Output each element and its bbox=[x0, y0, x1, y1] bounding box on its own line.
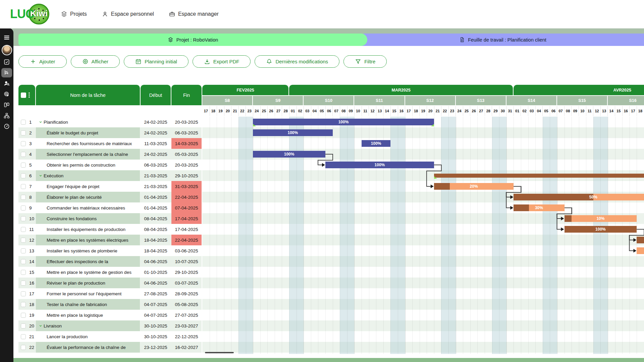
toolbar-button-export-pdf[interactable]: Export PDF bbox=[193, 55, 251, 68]
toolbar-button-derni-res-modifications[interactable]: Dernières modifications bbox=[255, 55, 339, 68]
task-end-date[interactable]: 29-10-2025 bbox=[171, 170, 202, 181]
gantt-bar-task-9[interactable]: 30% bbox=[514, 204, 564, 211]
gantt-bar-task-7[interactable]: 20% bbox=[434, 183, 514, 190]
sidebar-item-gantt-icon[interactable] bbox=[1, 68, 12, 77]
task-end-date-alert[interactable]: 31-03-2025 bbox=[171, 181, 202, 192]
task-name-cell[interactable]: Mettre en place le système de gestion de… bbox=[36, 267, 140, 278]
task-name-cell[interactable]: Sélectionner l'emplacement de la chaîne bbox=[36, 149, 140, 160]
task-end-date[interactable]: 10-07-2025 bbox=[171, 256, 202, 267]
chevron-down-icon[interactable] bbox=[39, 174, 43, 178]
task-start-date[interactable]: 01-04-2025 bbox=[141, 192, 171, 202]
toolbar-button-afficher[interactable]: Afficher bbox=[71, 55, 120, 68]
row-checkbox[interactable] bbox=[21, 334, 26, 339]
task-start-date[interactable]: 24-02-2025 bbox=[141, 117, 171, 127]
task-name-cell[interactable]: Lancer la production bbox=[36, 331, 140, 342]
task-start-date[interactable]: 04-07-2025 bbox=[141, 310, 171, 320]
gantt-bar-task-6[interactable] bbox=[434, 174, 644, 178]
task-name-cell[interactable]: Livraison bbox=[36, 320, 140, 331]
task-start-date[interactable]: 24-02-2025 bbox=[141, 127, 171, 138]
row-checkbox[interactable] bbox=[21, 163, 26, 168]
notifications-bell-icon[interactable] bbox=[621, 9, 630, 17]
task-end-date[interactable]: 20-03-2025 bbox=[171, 160, 202, 170]
task-name-cell[interactable]: Engager l'équipe de projet bbox=[36, 181, 140, 192]
task-end-date-alert[interactable]: 17-04-2025 bbox=[171, 213, 202, 224]
task-start-date[interactable]: 08-04-2025 bbox=[141, 224, 171, 235]
tab-worksheet[interactable]: Feuille de travail : Planification clien… bbox=[362, 34, 644, 46]
task-start-date[interactable]: 04-07-2025 bbox=[141, 299, 171, 310]
task-start-date[interactable]: 04-06-2025 bbox=[141, 256, 171, 267]
task-end-date[interactable]: 03-07-2025 bbox=[171, 278, 202, 288]
task-name-cell[interactable]: Établir le budget du projet bbox=[36, 127, 140, 138]
task-end-date-alert[interactable]: 22-04-2025 bbox=[171, 235, 202, 245]
row-checkbox[interactable] bbox=[21, 141, 26, 146]
task-name-cell[interactable]: Exécution bbox=[36, 170, 140, 181]
row-checkbox[interactable] bbox=[21, 323, 26, 328]
task-name-cell[interactable]: Obtenir les permis de construction bbox=[36, 160, 140, 170]
task-start-date[interactable]: 21-03-2025 bbox=[141, 170, 171, 181]
task-end-date[interactable]: 29-10-2025 bbox=[171, 267, 202, 278]
task-name-cell[interactable]: Former le personnel sur l'équipement bbox=[36, 288, 140, 299]
gantt-bar-task-11[interactable]: 100% bbox=[565, 226, 637, 233]
row-checkbox[interactable] bbox=[21, 227, 26, 232]
sidebar-item-menu-icon[interactable] bbox=[1, 33, 12, 42]
task-name-cell[interactable]: Planification bbox=[36, 117, 140, 127]
row-checkbox[interactable] bbox=[21, 281, 26, 286]
task-start-date[interactable]: 08-04-2025 bbox=[141, 213, 171, 224]
sidebar-item-person-search-icon[interactable] bbox=[1, 79, 12, 88]
task-start-date[interactable]: 04-06-2025 bbox=[141, 278, 171, 288]
header-start[interactable]: Début bbox=[141, 85, 171, 105]
task-name-cell[interactable]: Élaborer le plan de sécurité bbox=[36, 192, 140, 202]
horizontal-scrollbar[interactable] bbox=[205, 352, 234, 353]
task-start-date[interactable]: 01-10-2025 bbox=[141, 267, 171, 278]
gantt-bar-task-2[interactable]: 100% bbox=[253, 129, 332, 136]
task-start-date[interactable]: 24-02-2025 bbox=[141, 149, 171, 160]
row-checkbox[interactable] bbox=[21, 173, 26, 178]
task-end-date[interactable]: 16-02-2027 bbox=[171, 342, 202, 353]
task-name-cell[interactable]: Installer les équipements de production bbox=[36, 224, 140, 235]
task-name-cell[interactable]: Construire les fondations bbox=[36, 213, 140, 224]
task-start-date[interactable]: 30-10-2025 bbox=[141, 320, 171, 331]
tab-project[interactable]: Projet : RoboVation bbox=[18, 34, 367, 46]
task-end-date[interactable]: 03-06-2025 bbox=[171, 245, 202, 256]
gantt-bar-task-10[interactable]: 10% bbox=[565, 215, 637, 222]
task-end-date[interactable]: 22-12-2025 bbox=[171, 331, 202, 342]
kebab-menu-icon[interactable] bbox=[29, 93, 30, 98]
task-end-date-alert[interactable]: 07-04-2025 bbox=[171, 202, 202, 213]
task-start-date[interactable]: 23-12-2025 bbox=[141, 342, 171, 353]
gantt-bar-task-13[interactable] bbox=[637, 247, 644, 254]
task-start-date[interactable]: 06-03-2025 bbox=[141, 160, 171, 170]
row-checkbox[interactable] bbox=[21, 184, 26, 189]
task-name-cell[interactable]: Installer les systèmes de plomberie bbox=[36, 245, 140, 256]
task-start-date[interactable]: 27-08-2025 bbox=[141, 288, 171, 299]
sidebar-item-tasks-icon[interactable] bbox=[1, 57, 12, 67]
gantt-bar-task-8[interactable]: 50% bbox=[514, 194, 644, 200]
row-checkbox[interactable] bbox=[21, 259, 26, 264]
task-name-cell[interactable]: Commander les matériaux nécessaires bbox=[36, 202, 140, 213]
task-end-date-alert[interactable]: 14-03-2025 bbox=[171, 138, 202, 149]
sidebar-item-kanban-icon[interactable] bbox=[1, 100, 12, 110]
row-checkbox[interactable] bbox=[21, 120, 26, 125]
task-start-date[interactable]: 11-03-2025 bbox=[141, 138, 171, 149]
task-name-cell[interactable]: Mettre en place la logistique bbox=[36, 310, 140, 320]
task-name-cell[interactable]: Évaluer la performance de la chaîne de bbox=[36, 342, 140, 353]
nav-item-espace-personnel[interactable]: Espace personnel bbox=[102, 11, 154, 17]
task-end-date-alert[interactable]: 22-04-2025 bbox=[171, 192, 202, 202]
row-checkbox[interactable] bbox=[21, 248, 26, 253]
task-start-date[interactable]: 18-04-2025 bbox=[141, 235, 171, 245]
gantt-bar-task-1[interactable]: 100% bbox=[253, 119, 434, 125]
row-checkbox[interactable] bbox=[21, 216, 26, 221]
task-name-cell[interactable]: Effectuer des inspections de la bbox=[36, 256, 140, 267]
row-checkbox[interactable] bbox=[21, 302, 26, 307]
task-end-date[interactable]: 05-08-2025 bbox=[171, 299, 202, 310]
task-start-date[interactable]: 30-10-2025 bbox=[141, 331, 171, 342]
chevron-down-icon[interactable] bbox=[39, 120, 43, 124]
header-end[interactable]: Fin bbox=[171, 85, 202, 105]
gantt-bar-task-3[interactable]: 100% bbox=[362, 140, 390, 147]
row-checkbox[interactable] bbox=[21, 130, 26, 135]
toolbar-button-planning-initial[interactable]: Planning initial bbox=[124, 55, 189, 68]
gantt-bar-task-12[interactable] bbox=[637, 237, 644, 243]
task-end-date[interactable]: 27-07-2025 bbox=[171, 310, 202, 320]
sidebar-item-target-icon[interactable] bbox=[1, 89, 12, 99]
row-checkbox[interactable] bbox=[21, 195, 26, 200]
task-end-date[interactable]: 06-03-2025 bbox=[171, 127, 202, 138]
